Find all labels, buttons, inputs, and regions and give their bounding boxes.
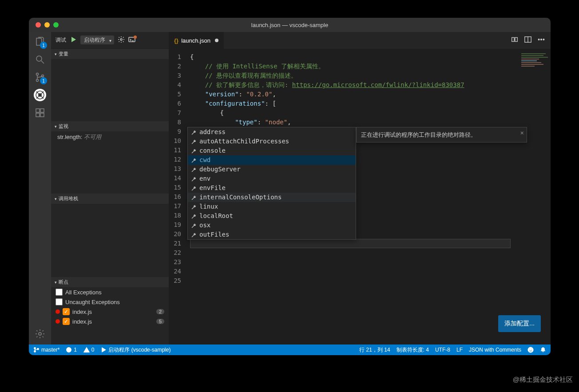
maximize-window[interactable]	[53, 22, 59, 28]
start-debug-button[interactable]	[70, 36, 77, 44]
uncaught-exceptions-checkbox[interactable]	[56, 298, 63, 305]
callstack-section	[51, 204, 169, 277]
watermark: @稀土掘金技术社区	[513, 376, 573, 384]
language-mode[interactable]: JSON with Comments	[469, 347, 521, 353]
code-editor[interactable]: 1234567891011121314151617181920212223242…	[169, 49, 551, 344]
callstack-section-header[interactable]: ▾调用堆栈	[51, 194, 169, 204]
compare-changes-icon[interactable]	[511, 36, 519, 45]
encoding[interactable]: UTF-8	[435, 347, 450, 353]
editor-tab[interactable]: {} launch.json	[169, 32, 224, 49]
editor-actions	[511, 36, 551, 45]
extensions-icon[interactable]	[34, 107, 46, 119]
debug-toolbar: 调试 启动程序	[51, 32, 169, 49]
search-icon[interactable]	[34, 53, 46, 66]
breakpoints-section: All Exceptions Uncaught Exceptions ✓inde…	[51, 287, 169, 326]
breakpoint-dot-icon	[56, 319, 60, 324]
wrench-icon	[190, 166, 197, 173]
suggest-item[interactable]: autoAttachChildProcesses	[188, 137, 356, 146]
breakpoints-section-header[interactable]: ▾断点	[51, 277, 169, 287]
window-title: launch.json — vscode-sample	[251, 22, 328, 28]
wrench-icon	[190, 222, 197, 229]
watch-expression[interactable]: str.length: 不可用	[57, 133, 163, 141]
svg-point-2	[36, 73, 39, 75]
svg-point-24	[543, 39, 544, 40]
svg-point-32	[529, 348, 530, 349]
svg-point-22	[538, 39, 539, 40]
explorer-icon[interactable]: 1	[34, 36, 46, 48]
svg-rect-19	[515, 38, 517, 42]
split-editor-icon[interactable]	[524, 36, 532, 45]
wrench-icon	[190, 213, 197, 219]
indentation[interactable]: 制表符长度: 4	[397, 346, 429, 354]
suggest-item[interactable]: cwd	[188, 155, 356, 165]
problems[interactable]: 1 0	[66, 347, 94, 353]
launch-config-status[interactable]: 启动程序 (vscode-sample)	[100, 346, 171, 354]
titlebar: launch.json — vscode-sample	[29, 18, 551, 32]
wrench-icon	[190, 129, 197, 135]
svg-point-15	[39, 333, 41, 335]
breakpoint-all-exceptions[interactable]: All Exceptions	[51, 287, 169, 297]
suggest-item[interactable]: internalConsoleOptions	[188, 193, 356, 202]
svg-point-31	[528, 347, 533, 352]
variables-section	[51, 59, 169, 121]
close-window[interactable]	[36, 22, 41, 28]
suggest-item[interactable]: address	[188, 127, 356, 137]
intellisense-suggest[interactable]: addressautoAttachChildProcessesconsolecw…	[187, 127, 356, 240]
line-gutter: 1234567891011121314151617181920212223242…	[169, 52, 186, 285]
suggest-item[interactable]: localRoot	[188, 211, 356, 221]
svg-point-26	[34, 351, 36, 352]
wrench-icon	[190, 185, 197, 191]
suggest-item[interactable]: debugServer	[188, 165, 356, 174]
watch-section: str.length: 不可用	[51, 131, 169, 194]
debug-sidebar: 调试 启动程序 ▾变量 ▾监视 str.length: 不可用 ▾调用堆栈 ▾断…	[51, 32, 169, 344]
more-actions-icon[interactable]	[537, 36, 545, 45]
source-control-icon[interactable]: 1	[34, 71, 46, 83]
settings-gear-icon[interactable]	[34, 328, 46, 340]
explorer-badge: 1	[40, 42, 47, 49]
breakpoint-dot-icon	[56, 309, 60, 314]
suggest-item[interactable]: console	[188, 146, 356, 155]
suggest-item[interactable]: outFiles	[188, 230, 356, 239]
wrench-icon	[190, 148, 197, 154]
suggest-item[interactable]: envFile	[188, 183, 356, 193]
svg-point-33	[531, 348, 532, 349]
feedback-icon[interactable]	[527, 347, 534, 353]
debug-icon[interactable]	[34, 89, 46, 101]
breakpoint-item[interactable]: ✓index.js5	[51, 317, 169, 326]
wrench-icon	[190, 157, 197, 163]
vscode-window: launch.json — vscode-sample 1 1	[29, 18, 551, 355]
breakpoint-enabled-icon: ✓	[63, 318, 70, 325]
tab-filename: launch.json	[181, 37, 210, 44]
svg-point-23	[541, 39, 542, 40]
scm-badge: 1	[40, 77, 47, 84]
config-gear-icon[interactable]	[118, 36, 125, 44]
notifications-icon[interactable]	[540, 347, 546, 353]
config-dropdown[interactable]: 启动程序	[80, 36, 114, 44]
debug-console-icon[interactable]	[128, 36, 135, 44]
breakpoint-item[interactable]: ✓index.js2	[51, 307, 169, 317]
svg-point-16	[120, 39, 122, 40]
close-doc-icon[interactable]: ×	[520, 128, 524, 138]
svg-point-25	[34, 348, 36, 349]
suggest-item[interactable]: env	[188, 174, 356, 183]
git-branch[interactable]: master*	[33, 347, 59, 353]
minimize-window[interactable]	[44, 22, 50, 28]
cursor-position[interactable]: 行 21，列 14	[359, 346, 390, 354]
svg-rect-18	[512, 38, 514, 42]
activity-bar: 1 1	[29, 32, 51, 344]
watch-section-header[interactable]: ▾监视	[51, 121, 169, 131]
breakpoint-uncaught-exceptions[interactable]: Uncaught Exceptions	[51, 297, 169, 307]
variables-section-header[interactable]: ▾变量	[51, 49, 169, 59]
add-configuration-button[interactable]: 添加配置...	[498, 315, 541, 332]
suggest-item[interactable]: osx	[188, 221, 356, 230]
all-exceptions-checkbox[interactable]	[56, 289, 63, 296]
suggest-item[interactable]: linux	[188, 202, 356, 211]
svg-rect-13	[36, 113, 40, 117]
svg-point-3	[36, 79, 39, 82]
minimap[interactable]	[521, 53, 548, 89]
eol[interactable]: LF	[456, 347, 463, 353]
wrench-icon	[190, 139, 197, 145]
svg-line-1	[41, 61, 44, 63]
svg-point-0	[36, 56, 42, 61]
svg-rect-14	[40, 113, 44, 117]
